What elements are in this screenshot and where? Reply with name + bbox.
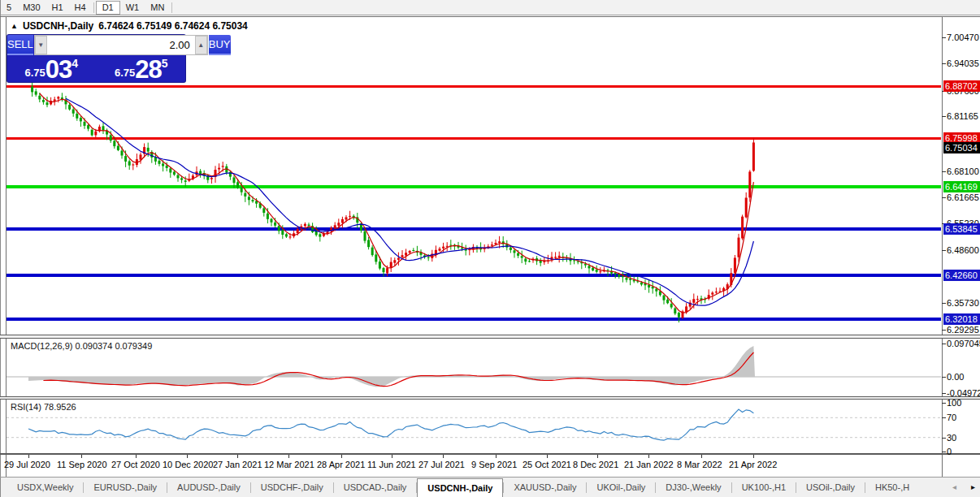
time-tick-label: 27 Jul 2021: [418, 460, 465, 469]
horizontal-level-line: [7, 85, 941, 88]
volume-increase-button[interactable]: ▲: [195, 36, 207, 54]
time-tick-label: 27 Jan 2021: [213, 460, 262, 469]
time-tick-label: 21 Jan 2022: [624, 460, 674, 469]
tab-scroll-left-icon[interactable]: ◂: [952, 482, 956, 491]
time-tick-mark: [648, 455, 649, 458]
rsi-tick-mark: [942, 417, 946, 418]
time-tick-mark: [187, 455, 188, 458]
rsi-tick-mark: [942, 403, 946, 404]
time-tick-mark: [496, 455, 497, 458]
price-tick-mark: [942, 330, 946, 331]
sell-price-big: 03: [46, 58, 72, 81]
time-tick-label: 10 Dec 2020: [163, 460, 213, 469]
sell-price-small: 6.75: [24, 67, 45, 79]
time-tick-mark: [288, 455, 289, 458]
macd-indicator-label: MACD(12,26,9) 0.090374 0.079349: [11, 341, 152, 351]
price-badge: 6.75034: [943, 142, 980, 153]
time-tick-mark: [443, 455, 444, 458]
chart-ohlc-values: 6.74624 6.75149 6.74624 6.75034: [98, 20, 248, 32]
price-tick-mark: [942, 116, 946, 117]
price-tick-label: 6.61665: [947, 192, 979, 202]
horizontal-level-line: [7, 137, 941, 140]
price-tick-mark: [942, 250, 946, 251]
time-tick-mark: [701, 455, 702, 458]
time-tick-mark: [392, 455, 392, 458]
price-tick-label: 6.48600: [947, 245, 979, 255]
rsi-tick-label: 30: [947, 433, 956, 443]
time-tick-label: 21 Apr 2022: [729, 460, 777, 469]
price-tick-label: 7.00470: [947, 32, 979, 42]
price-tick-label: 6.81165: [947, 111, 978, 121]
ma-fast-line: [40, 93, 754, 313]
sell-button[interactable]: SELL: [7, 35, 33, 55]
rsi-tick-mark: [942, 438, 946, 439]
time-tick-label: 8 Mar 2022: [677, 460, 722, 469]
price-tick-mark: [942, 303, 946, 304]
chart-title: ▲ USDCNH-,Daily 6.74624 6.75149 6.74624 …: [11, 20, 248, 32]
time-tick-mark: [547, 455, 548, 458]
time-tick-mark: [753, 455, 754, 458]
time-tick-label: 9 Sep 2021: [471, 460, 517, 469]
price-badge: 6.53845: [943, 223, 980, 235]
tab-scroll-right-icon[interactable]: ▸: [971, 482, 975, 491]
buy-price[interactable]: 6.75 28 5: [98, 55, 186, 82]
candlestick-series: [31, 83, 755, 322]
buy-button[interactable]: BUY: [209, 35, 231, 55]
macd-tick-mark: [942, 344, 946, 344]
tab-nav: ◂ ▸: [949, 478, 978, 495]
rsi-tick-label: 70: [947, 413, 956, 422]
buy-price-big: 28: [135, 58, 161, 81]
time-tick-label: 28 Apr 2021: [317, 460, 365, 469]
price-tick-mark: [942, 63, 946, 64]
time-tick-label: 25 Oct 2021: [523, 460, 571, 469]
macd-tick-label: 0.097045: [947, 339, 980, 348]
time-tick-label: 11 Sep 2020: [57, 460, 107, 469]
time-tick-mark: [81, 455, 82, 458]
time-tick-mark: [597, 455, 598, 458]
rsi-tick-label: 0: [947, 447, 952, 456]
price-tick-label: 6.29295: [947, 325, 979, 335]
buy-price-small: 6.75: [115, 67, 135, 79]
time-tick-label: 12 Mar 2021: [264, 460, 314, 469]
macd-tick-label: 0.00: [947, 372, 964, 382]
collapse-arrow-icon[interactable]: ▲: [11, 22, 18, 30]
price-badge: 6.32018: [943, 313, 980, 325]
one-click-trade-panel: SELL ▼ ▲ BUY 6.75 03 4 6.75 28 5: [7, 35, 185, 82]
macd-tick-label: -0.04972: [947, 388, 980, 398]
time-tick-mark: [237, 455, 238, 458]
price-badge: 6.88702: [943, 80, 980, 92]
rsi-tick-label: 100: [947, 398, 961, 408]
horizontal-level-line: [7, 185, 941, 188]
volume-input[interactable]: [47, 36, 195, 54]
buy-price-sup: 5: [162, 57, 168, 70]
time-tick-label: 27 Oct 2020: [111, 460, 160, 469]
rsi-line: [28, 409, 753, 440]
sell-price[interactable]: 6.75 03 4: [7, 55, 96, 82]
price-badge: 6.42660: [943, 270, 980, 281]
horizontal-level-line: [7, 318, 941, 321]
macd-tick-mark: [942, 393, 946, 394]
sell-price-sup: 4: [72, 57, 78, 70]
chart-symbol-label: USDCNH-,Daily: [23, 20, 93, 32]
price-tick-label: 6.35730: [947, 298, 979, 308]
price-tick-mark: [942, 197, 946, 198]
time-tick-label: 11 Jun 2021: [367, 460, 416, 469]
time-tick-mark: [28, 455, 29, 458]
time-tick-label: 29 Jul 2020: [4, 460, 50, 469]
rsi-indicator-label: RSI(14) 78.9526: [11, 402, 76, 412]
time-tick-mark: [136, 455, 137, 458]
price-tick-mark: [942, 171, 946, 172]
horizontal-level-line: [7, 274, 941, 277]
price-tick-mark: [942, 37, 946, 38]
volume-decrease-button[interactable]: ▼: [35, 36, 47, 54]
macd-tick-mark: [942, 377, 946, 378]
rsi-tick-mark: [942, 452, 946, 452]
volume-control: ▼ ▲: [34, 35, 208, 55]
price-tick-label: 6.68100: [947, 166, 979, 176]
horizontal-level-line: [7, 227, 941, 231]
price-badge: 6.64169: [943, 181, 980, 192]
price-tick-label: 6.94035: [947, 58, 979, 68]
time-tick-mark: [341, 455, 342, 458]
time-tick-label: 8 Dec 2021: [573, 460, 618, 469]
